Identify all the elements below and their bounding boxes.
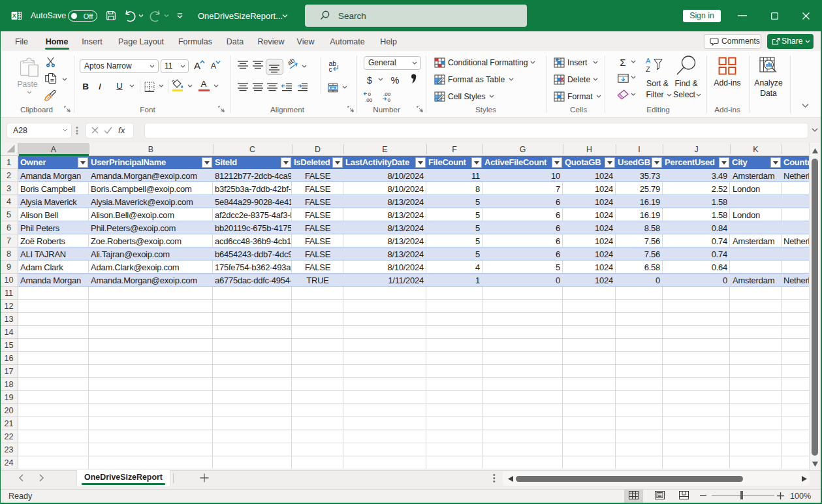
svg-text:0: 0	[388, 97, 391, 103]
svg-text:.00: .00	[365, 97, 373, 103]
svg-text:Z: Z	[646, 65, 650, 73]
svg-text:A: A	[646, 57, 651, 65]
svg-text:c: c	[329, 65, 332, 73]
svg-text:X: X	[12, 12, 16, 19]
